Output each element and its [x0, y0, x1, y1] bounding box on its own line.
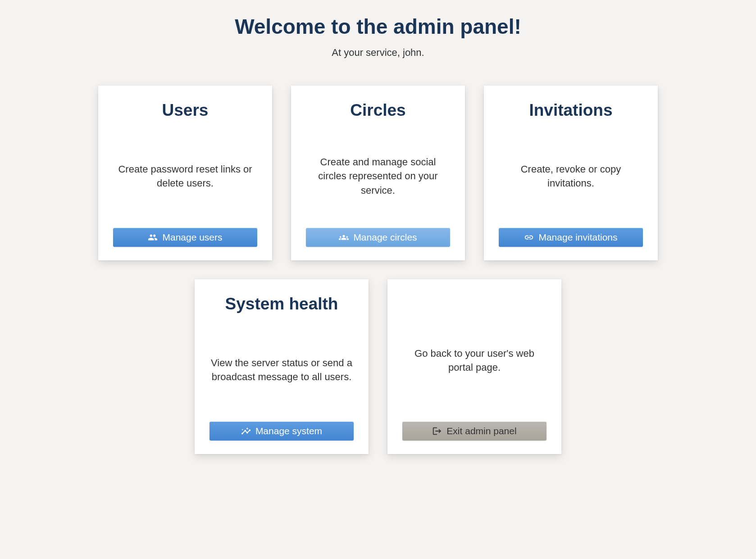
card-circles: Circles Create and manage social circles… — [291, 86, 465, 260]
card-title-system-health: System health — [225, 295, 338, 314]
card-title-invitations: Invitations — [529, 101, 612, 120]
card-desc-circles: Create and manage social circles represe… — [305, 155, 451, 197]
card-desc-exit: Go back to your user's web portal page. — [402, 346, 547, 374]
people-icon — [148, 232, 158, 242]
card-grid: Users Create password reset links or del… — [85, 86, 671, 454]
card-system-health: System health View the server status or … — [195, 279, 369, 454]
page-title: Welcome to the admin panel! — [0, 14, 756, 39]
button-label: Manage circles — [353, 232, 417, 243]
insights-icon — [241, 426, 251, 436]
manage-users-button[interactable]: Manage users — [113, 228, 257, 247]
exit-admin-panel-button[interactable]: Exit admin panel — [402, 422, 547, 441]
button-label: Manage users — [162, 232, 222, 243]
button-label: Manage invitations — [538, 232, 617, 243]
card-title-users: Users — [162, 101, 209, 120]
card-title-circles: Circles — [350, 101, 405, 120]
link-icon — [524, 232, 534, 242]
card-invitations: Invitations Create, revoke or copy invit… — [484, 86, 658, 260]
groups-icon — [339, 232, 349, 242]
exit-icon — [432, 426, 442, 436]
manage-system-button[interactable]: Manage system — [209, 422, 354, 441]
page-subtitle: At your service, john. — [0, 47, 756, 59]
card-users: Users Create password reset links or del… — [98, 86, 272, 260]
card-desc-system-health: View the server status or send a broadca… — [209, 356, 354, 384]
button-label: Manage system — [255, 426, 322, 436]
card-exit: Go back to your user's web portal page. … — [387, 279, 561, 454]
card-desc-invitations: Create, revoke or copy invitations. — [498, 162, 643, 190]
button-label: Exit admin panel — [446, 426, 516, 436]
manage-circles-button[interactable]: Manage circles — [306, 228, 450, 247]
card-desc-users: Create password reset links or delete us… — [113, 162, 258, 190]
manage-invitations-button[interactable]: Manage invitations — [499, 228, 643, 247]
